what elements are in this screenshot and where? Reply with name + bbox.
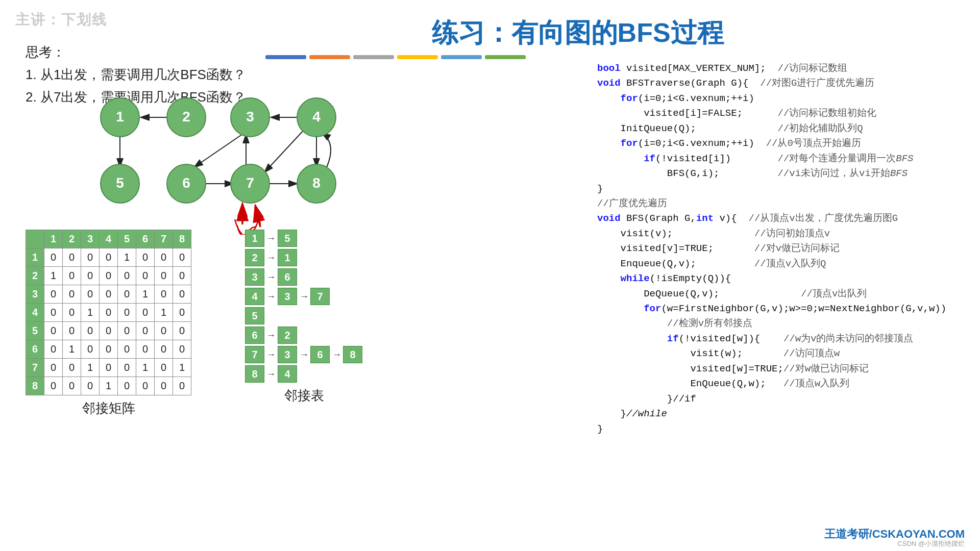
table-row: 6 01000000	[26, 340, 191, 359]
svg-text:3: 3	[246, 109, 254, 124]
list-item: 3 → 6	[245, 268, 363, 286]
svg-text:6: 6	[182, 175, 190, 191]
color-bar-orange	[309, 55, 350, 59]
svg-line-30	[255, 206, 260, 227]
list-item: 5	[245, 307, 363, 324]
code-line: while(!isEmpty(Q)){	[597, 271, 965, 286]
question-intro: 思考：	[26, 41, 246, 63]
code-line: }	[597, 422, 965, 437]
branding-sub: CSDN @小漠拒绝摆烂	[897, 539, 965, 548]
table-row: 5 00000000	[26, 322, 191, 340]
list-item: 7 → 3 → 6 → 8	[245, 346, 363, 363]
code-line: }//while	[597, 407, 965, 421]
color-bar	[265, 55, 526, 59]
svg-text:1: 1	[116, 109, 124, 124]
table-row: 4 00100010	[26, 304, 191, 322]
table-row: 7 00100101	[26, 359, 191, 377]
color-bar-green	[485, 55, 526, 59]
code-line: bool visited[MAX_VERTEX_NUM]; //访问标记数组	[597, 61, 965, 76]
adjacency-list: 1 → 5 2 → 1 3 → 6 4 → 3 → 7 5 6 → 2 7 → …	[245, 230, 363, 405]
svg-text:8: 8	[312, 175, 321, 191]
code-line: Enqueue(Q,v); //顶点v入队列Q	[597, 257, 965, 271]
code-line: visit(v); //访问初始顶点v	[597, 227, 965, 241]
list-item: 8 → 4	[245, 365, 363, 383]
matrix-label: 邻接矩阵	[26, 399, 191, 417]
code-line: DeQueue(Q,v); //顶点v出队列	[597, 287, 965, 302]
table-row: 1 00001000	[26, 248, 191, 267]
code-line: visit(w); //访问顶点w	[597, 346, 965, 361]
svg-text:7: 7	[246, 175, 254, 191]
code-line: }	[597, 182, 965, 196]
svg-line-4	[194, 134, 242, 167]
code-line: for(i=0;i<G.vexnum;++i)	[597, 91, 965, 106]
code-line: visited[w]=TRUE;//对w做已访问标记	[597, 362, 965, 377]
code-line: visited[i]=FALSE; //访问标记数组初始化	[597, 106, 965, 121]
code-line: void BFS(Graph G,int v){ //从顶点v出发，广度优先遍历…	[597, 211, 965, 226]
svg-text:4: 4	[312, 109, 321, 124]
list-item: 1 → 5	[245, 230, 363, 247]
color-bar-blue	[265, 55, 306, 59]
color-bar-yellow	[397, 55, 438, 59]
adjlist-label: 邻接表	[245, 387, 363, 405]
table-row: 8 00010000	[26, 377, 191, 395]
list-item: 6 → 2	[245, 327, 363, 344]
code-line: BFS(G,i); //vi未访问过，从vi开始BFS	[597, 166, 965, 181]
color-bar-lightblue	[441, 55, 482, 59]
code-line: for(i=0;i<G.vexnum;++i) //从0号顶点开始遍历	[597, 136, 965, 151]
list-item: 2 → 1	[245, 249, 363, 266]
graph-diagram: 1 2 3 4 5 6 7 8	[31, 77, 368, 235]
code-line: if(!visited[i]) //对每个连通分量调用一次BFS	[597, 152, 965, 166]
table-row: 3 00000100	[26, 285, 191, 304]
code-line: visited[v]=TRUE; //对v做已访问标记	[597, 241, 965, 256]
matrix-table: 1 2 3 4 5 6 7 8 1 00001000 2 10000000 3 …	[26, 230, 191, 395]
code-line: //广度优先遍历	[597, 196, 965, 211]
watermark: 主讲：下划线	[15, 10, 107, 30]
table-row: 2 10000000	[26, 267, 191, 285]
svg-text:2: 2	[182, 109, 190, 124]
svg-text:5: 5	[116, 175, 124, 191]
code-line: void BFSTraverse(Graph G){ //对图G进行广度优先遍历	[597, 76, 965, 91]
adjacency-matrix: 1 2 3 4 5 6 7 8 1 00001000 2 10000000 3 …	[26, 230, 191, 417]
matrix-header-row: 1 2 3 4 5 6 7 8	[26, 230, 191, 248]
code-line: for(w=FirstNeighbor(G,v);w>=0;w=NextNeig…	[597, 302, 965, 316]
code-line: }//if	[597, 392, 965, 407]
page-title: 练习：有向图的BFS过程	[432, 15, 724, 51]
svg-line-6	[264, 130, 304, 172]
code-line: //检测v所有邻接点	[597, 316, 965, 331]
code-line: EnQueue(Q,w); //顶点w入队列	[597, 377, 965, 391]
matrix-corner	[26, 230, 44, 248]
code-line: if(!visited[w]){ //w为v的尚未访问的邻接顶点	[597, 332, 965, 346]
code-block: bool visited[MAX_VERTEX_NUM]; //访问标记数组 v…	[597, 61, 965, 437]
color-bar-gray	[353, 55, 394, 59]
code-line: InitQueue(Q); //初始化辅助队列Q	[597, 121, 965, 136]
list-item: 4 → 3 → 7	[245, 288, 363, 305]
